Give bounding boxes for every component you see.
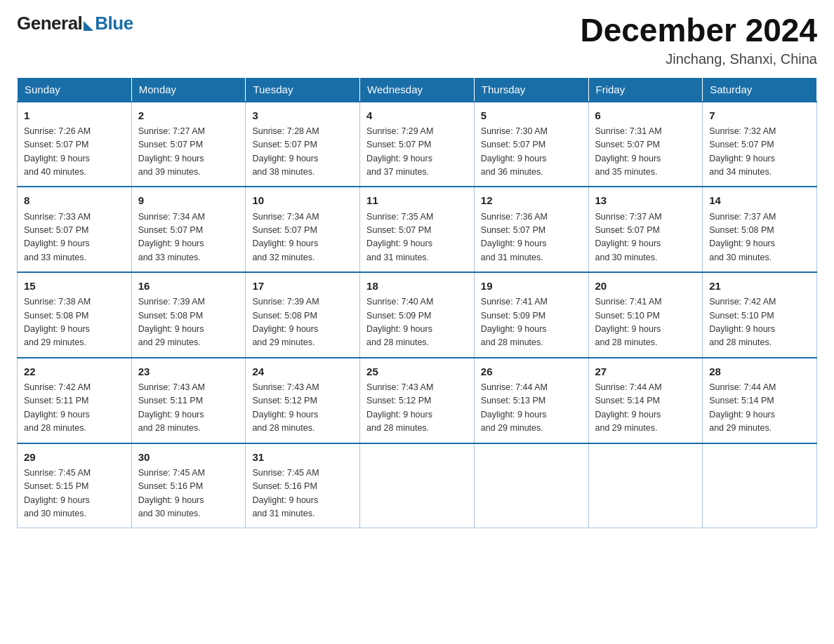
- calendar-cell: 28Sunrise: 7:44 AMSunset: 5:14 PMDayligh…: [703, 358, 817, 443]
- day-number: 10: [252, 192, 353, 208]
- col-header-monday: Monday: [131, 77, 246, 102]
- logo-text: General Blue: [17, 13, 133, 34]
- day-info: Sunrise: 7:41 AMSunset: 5:10 PMDaylight:…: [595, 295, 696, 350]
- calendar-cell: 22Sunrise: 7:42 AMSunset: 5:11 PMDayligh…: [18, 358, 132, 443]
- calendar-cell: 11Sunrise: 7:35 AMSunset: 5:07 PMDayligh…: [360, 187, 475, 272]
- col-header-tuesday: Tuesday: [246, 77, 360, 102]
- day-info: Sunrise: 7:45 AMSunset: 5:15 PMDaylight:…: [24, 467, 125, 521]
- day-info: Sunrise: 7:41 AMSunset: 5:09 PMDaylight:…: [481, 295, 582, 350]
- day-info: Sunrise: 7:26 AMSunset: 5:07 PMDaylight:…: [24, 125, 125, 180]
- day-info: Sunrise: 7:44 AMSunset: 5:14 PMDaylight:…: [709, 381, 810, 436]
- day-info: Sunrise: 7:37 AMSunset: 5:08 PMDaylight:…: [709, 210, 810, 265]
- day-number: 18: [366, 278, 468, 294]
- day-number: 16: [138, 278, 239, 294]
- logo: General Blue: [17, 13, 133, 34]
- day-info: Sunrise: 7:33 AMSunset: 5:07 PMDaylight:…: [24, 210, 125, 265]
- calendar-title: December 2024: [580, 13, 817, 48]
- calendar-cell: 5Sunrise: 7:30 AMSunset: 5:07 PMDaylight…: [474, 102, 588, 187]
- day-number: 24: [252, 363, 353, 380]
- col-header-friday: Friday: [588, 77, 703, 102]
- day-info: Sunrise: 7:31 AMSunset: 5:07 PMDaylight:…: [595, 125, 696, 180]
- calendar-cell: 13Sunrise: 7:37 AMSunset: 5:07 PMDayligh…: [588, 187, 703, 272]
- calendar-week-row: 8Sunrise: 7:33 AMSunset: 5:07 PMDaylight…: [18, 187, 817, 272]
- day-number: 31: [252, 449, 353, 465]
- calendar-header-row: SundayMondayTuesdayWednesdayThursdayFrid…: [18, 77, 817, 102]
- calendar-cell: 30Sunrise: 7:45 AMSunset: 5:16 PMDayligh…: [131, 443, 246, 528]
- calendar-cell: 12Sunrise: 7:36 AMSunset: 5:07 PMDayligh…: [474, 187, 588, 272]
- day-number: 13: [595, 192, 696, 208]
- day-number: 23: [138, 363, 239, 380]
- day-number: 20: [595, 278, 696, 294]
- calendar-cell: 24Sunrise: 7:43 AMSunset: 5:12 PMDayligh…: [246, 358, 360, 443]
- calendar-cell: 7Sunrise: 7:32 AMSunset: 5:07 PMDaylight…: [703, 102, 817, 187]
- day-number: 25: [366, 363, 468, 380]
- day-info: Sunrise: 7:45 AMSunset: 5:16 PMDaylight:…: [252, 467, 353, 521]
- col-header-saturday: Saturday: [703, 77, 817, 102]
- calendar-cell: 26Sunrise: 7:44 AMSunset: 5:13 PMDayligh…: [474, 358, 588, 443]
- day-info: Sunrise: 7:43 AMSunset: 5:12 PMDaylight:…: [366, 381, 468, 436]
- day-info: Sunrise: 7:38 AMSunset: 5:08 PMDaylight:…: [24, 295, 125, 350]
- day-info: Sunrise: 7:44 AMSunset: 5:13 PMDaylight:…: [481, 381, 582, 436]
- calendar-cell: 25Sunrise: 7:43 AMSunset: 5:12 PMDayligh…: [360, 358, 475, 443]
- header: General Blue December 2024 Jinchang, Sha…: [17, 13, 817, 67]
- calendar-cell: [360, 443, 475, 528]
- day-info: Sunrise: 7:36 AMSunset: 5:07 PMDaylight:…: [481, 210, 582, 265]
- calendar-cell: 8Sunrise: 7:33 AMSunset: 5:07 PMDaylight…: [18, 187, 132, 272]
- col-header-thursday: Thursday: [474, 77, 588, 102]
- calendar-cell: [474, 443, 588, 528]
- day-number: 22: [24, 363, 125, 380]
- day-info: Sunrise: 7:30 AMSunset: 5:07 PMDaylight:…: [481, 125, 582, 180]
- day-info: Sunrise: 7:37 AMSunset: 5:07 PMDaylight:…: [595, 210, 696, 265]
- day-number: 26: [481, 363, 582, 380]
- col-header-wednesday: Wednesday: [360, 77, 475, 102]
- calendar-cell: 29Sunrise: 7:45 AMSunset: 5:15 PMDayligh…: [18, 443, 132, 528]
- day-number: 9: [138, 192, 239, 208]
- day-number: 3: [252, 107, 353, 123]
- day-number: 12: [481, 192, 582, 208]
- day-number: 15: [24, 278, 125, 294]
- calendar-week-row: 1Sunrise: 7:26 AMSunset: 5:07 PMDaylight…: [18, 102, 817, 187]
- day-info: Sunrise: 7:43 AMSunset: 5:12 PMDaylight:…: [252, 381, 353, 436]
- calendar-cell: 20Sunrise: 7:41 AMSunset: 5:10 PMDayligh…: [588, 272, 703, 358]
- day-number: 21: [709, 278, 810, 294]
- day-info: Sunrise: 7:27 AMSunset: 5:07 PMDaylight:…: [138, 125, 239, 180]
- calendar-cell: 3Sunrise: 7:28 AMSunset: 5:07 PMDaylight…: [246, 102, 360, 187]
- day-number: 17: [252, 278, 353, 294]
- calendar-table: SundayMondayTuesdayWednesdayThursdayFrid…: [17, 77, 817, 529]
- day-info: Sunrise: 7:29 AMSunset: 5:07 PMDaylight:…: [366, 125, 468, 180]
- day-info: Sunrise: 7:39 AMSunset: 5:08 PMDaylight:…: [252, 295, 353, 350]
- logo-blue-text: Blue: [95, 13, 133, 34]
- day-info: Sunrise: 7:34 AMSunset: 5:07 PMDaylight:…: [138, 210, 239, 265]
- day-info: Sunrise: 7:44 AMSunset: 5:14 PMDaylight:…: [595, 381, 696, 436]
- day-info: Sunrise: 7:39 AMSunset: 5:08 PMDaylight:…: [138, 295, 239, 350]
- calendar-week-row: 15Sunrise: 7:38 AMSunset: 5:08 PMDayligh…: [18, 272, 817, 358]
- title-block: December 2024 Jinchang, Shanxi, China: [580, 13, 817, 67]
- day-number: 2: [138, 107, 239, 123]
- day-number: 29: [24, 449, 125, 465]
- day-info: Sunrise: 7:40 AMSunset: 5:09 PMDaylight:…: [366, 295, 468, 350]
- logo-arrow-icon: [84, 21, 93, 31]
- calendar-cell: 18Sunrise: 7:40 AMSunset: 5:09 PMDayligh…: [360, 272, 475, 358]
- calendar-subtitle: Jinchang, Shanxi, China: [580, 51, 817, 67]
- calendar-week-row: 29Sunrise: 7:45 AMSunset: 5:15 PMDayligh…: [18, 443, 817, 528]
- calendar-cell: 19Sunrise: 7:41 AMSunset: 5:09 PMDayligh…: [474, 272, 588, 358]
- day-number: 19: [481, 278, 582, 294]
- calendar-cell: 31Sunrise: 7:45 AMSunset: 5:16 PMDayligh…: [246, 443, 360, 528]
- day-number: 6: [595, 107, 696, 123]
- day-number: 30: [138, 449, 239, 465]
- calendar-cell: 1Sunrise: 7:26 AMSunset: 5:07 PMDaylight…: [18, 102, 132, 187]
- calendar-cell: 10Sunrise: 7:34 AMSunset: 5:07 PMDayligh…: [246, 187, 360, 272]
- day-info: Sunrise: 7:42 AMSunset: 5:11 PMDaylight:…: [24, 381, 125, 436]
- day-info: Sunrise: 7:34 AMSunset: 5:07 PMDaylight:…: [252, 210, 353, 265]
- calendar-cell: 21Sunrise: 7:42 AMSunset: 5:10 PMDayligh…: [703, 272, 817, 358]
- day-info: Sunrise: 7:45 AMSunset: 5:16 PMDaylight:…: [138, 467, 239, 521]
- day-info: Sunrise: 7:32 AMSunset: 5:07 PMDaylight:…: [709, 125, 810, 180]
- page: General Blue December 2024 Jinchang, Sha…: [0, 0, 834, 644]
- day-number: 11: [366, 192, 468, 208]
- day-number: 14: [709, 192, 810, 208]
- day-number: 4: [366, 107, 468, 123]
- calendar-cell: 2Sunrise: 7:27 AMSunset: 5:07 PMDaylight…: [131, 102, 246, 187]
- calendar-week-row: 22Sunrise: 7:42 AMSunset: 5:11 PMDayligh…: [18, 358, 817, 443]
- logo-general-text: General: [17, 13, 82, 34]
- day-info: Sunrise: 7:43 AMSunset: 5:11 PMDaylight:…: [138, 381, 239, 436]
